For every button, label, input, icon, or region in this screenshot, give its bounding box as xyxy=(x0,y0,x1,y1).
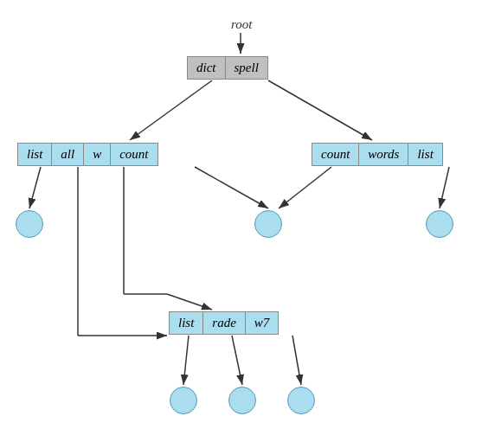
arrow-count-to-c2 xyxy=(195,167,268,208)
diagram: root dict spell list all w count count w… xyxy=(0,0,482,448)
arrow-rcount-to-c2 xyxy=(279,167,331,208)
arrow-w-seg3 xyxy=(167,294,212,310)
arrow-rlist-to-c3 xyxy=(440,167,449,208)
arrow-brade-c5 xyxy=(232,336,242,385)
arrow-bw7-c6 xyxy=(292,336,301,385)
arrow-spell-to-right xyxy=(268,80,372,140)
arrow-dict-to-left xyxy=(130,80,212,140)
arrows-svg xyxy=(0,0,482,448)
arrow-blist-c4 xyxy=(183,336,189,385)
arrow-list-to-c1 xyxy=(29,167,41,208)
